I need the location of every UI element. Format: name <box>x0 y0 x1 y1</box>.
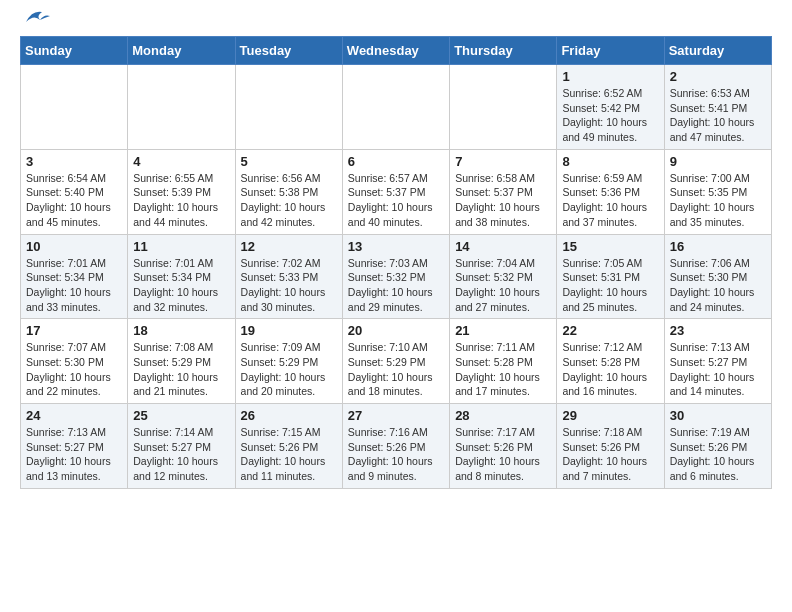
day-info: Sunrise: 7:02 AM Sunset: 5:33 PM Dayligh… <box>241 256 337 315</box>
day-info: Sunrise: 6:57 AM Sunset: 5:37 PM Dayligh… <box>348 171 444 230</box>
day-number: 19 <box>241 323 337 338</box>
day-number: 6 <box>348 154 444 169</box>
day-info: Sunrise: 7:17 AM Sunset: 5:26 PM Dayligh… <box>455 425 551 484</box>
day-info: Sunrise: 7:08 AM Sunset: 5:29 PM Dayligh… <box>133 340 229 399</box>
calendar-cell: 8Sunrise: 6:59 AM Sunset: 5:36 PM Daylig… <box>557 149 664 234</box>
day-number: 28 <box>455 408 551 423</box>
calendar-cell <box>235 65 342 150</box>
day-info: Sunrise: 7:05 AM Sunset: 5:31 PM Dayligh… <box>562 256 658 315</box>
day-info: Sunrise: 6:53 AM Sunset: 5:41 PM Dayligh… <box>670 86 766 145</box>
day-number: 26 <box>241 408 337 423</box>
day-info: Sunrise: 6:59 AM Sunset: 5:36 PM Dayligh… <box>562 171 658 230</box>
day-info: Sunrise: 7:06 AM Sunset: 5:30 PM Dayligh… <box>670 256 766 315</box>
weekday-header-wednesday: Wednesday <box>342 37 449 65</box>
header <box>20 16 772 26</box>
calendar-cell: 15Sunrise: 7:05 AM Sunset: 5:31 PM Dayli… <box>557 234 664 319</box>
calendar-cell: 29Sunrise: 7:18 AM Sunset: 5:26 PM Dayli… <box>557 404 664 489</box>
day-number: 25 <box>133 408 229 423</box>
calendar-cell: 11Sunrise: 7:01 AM Sunset: 5:34 PM Dayli… <box>128 234 235 319</box>
calendar-cell: 17Sunrise: 7:07 AM Sunset: 5:30 PM Dayli… <box>21 319 128 404</box>
day-info: Sunrise: 7:09 AM Sunset: 5:29 PM Dayligh… <box>241 340 337 399</box>
week-row-3: 10Sunrise: 7:01 AM Sunset: 5:34 PM Dayli… <box>21 234 772 319</box>
calendar-cell: 10Sunrise: 7:01 AM Sunset: 5:34 PM Dayli… <box>21 234 128 319</box>
day-number: 7 <box>455 154 551 169</box>
day-number: 30 <box>670 408 766 423</box>
day-info: Sunrise: 7:04 AM Sunset: 5:32 PM Dayligh… <box>455 256 551 315</box>
calendar-cell <box>450 65 557 150</box>
day-number: 29 <box>562 408 658 423</box>
day-info: Sunrise: 7:19 AM Sunset: 5:26 PM Dayligh… <box>670 425 766 484</box>
day-info: Sunrise: 7:18 AM Sunset: 5:26 PM Dayligh… <box>562 425 658 484</box>
calendar-table: SundayMondayTuesdayWednesdayThursdayFrid… <box>20 36 772 489</box>
day-number: 9 <box>670 154 766 169</box>
day-info: Sunrise: 7:14 AM Sunset: 5:27 PM Dayligh… <box>133 425 229 484</box>
day-number: 10 <box>26 239 122 254</box>
day-number: 14 <box>455 239 551 254</box>
day-number: 2 <box>670 69 766 84</box>
weekday-header-tuesday: Tuesday <box>235 37 342 65</box>
day-info: Sunrise: 6:56 AM Sunset: 5:38 PM Dayligh… <box>241 171 337 230</box>
day-info: Sunrise: 7:13 AM Sunset: 5:27 PM Dayligh… <box>26 425 122 484</box>
logo-bird-icon <box>22 8 50 26</box>
calendar-cell: 9Sunrise: 7:00 AM Sunset: 5:35 PM Daylig… <box>664 149 771 234</box>
day-number: 16 <box>670 239 766 254</box>
calendar-cell <box>128 65 235 150</box>
calendar-cell <box>342 65 449 150</box>
day-info: Sunrise: 7:10 AM Sunset: 5:29 PM Dayligh… <box>348 340 444 399</box>
day-number: 21 <box>455 323 551 338</box>
calendar-cell: 12Sunrise: 7:02 AM Sunset: 5:33 PM Dayli… <box>235 234 342 319</box>
day-info: Sunrise: 6:58 AM Sunset: 5:37 PM Dayligh… <box>455 171 551 230</box>
day-number: 24 <box>26 408 122 423</box>
day-info: Sunrise: 7:12 AM Sunset: 5:28 PM Dayligh… <box>562 340 658 399</box>
day-info: Sunrise: 6:52 AM Sunset: 5:42 PM Dayligh… <box>562 86 658 145</box>
day-info: Sunrise: 7:16 AM Sunset: 5:26 PM Dayligh… <box>348 425 444 484</box>
day-number: 1 <box>562 69 658 84</box>
day-number: 4 <box>133 154 229 169</box>
day-info: Sunrise: 7:01 AM Sunset: 5:34 PM Dayligh… <box>133 256 229 315</box>
week-row-4: 17Sunrise: 7:07 AM Sunset: 5:30 PM Dayli… <box>21 319 772 404</box>
day-number: 27 <box>348 408 444 423</box>
day-info: Sunrise: 7:03 AM Sunset: 5:32 PM Dayligh… <box>348 256 444 315</box>
calendar-cell: 18Sunrise: 7:08 AM Sunset: 5:29 PM Dayli… <box>128 319 235 404</box>
calendar-cell: 1Sunrise: 6:52 AM Sunset: 5:42 PM Daylig… <box>557 65 664 150</box>
weekday-header-sunday: Sunday <box>21 37 128 65</box>
calendar-cell: 21Sunrise: 7:11 AM Sunset: 5:28 PM Dayli… <box>450 319 557 404</box>
weekday-header-saturday: Saturday <box>664 37 771 65</box>
day-info: Sunrise: 7:11 AM Sunset: 5:28 PM Dayligh… <box>455 340 551 399</box>
calendar-cell: 2Sunrise: 6:53 AM Sunset: 5:41 PM Daylig… <box>664 65 771 150</box>
week-row-1: 1Sunrise: 6:52 AM Sunset: 5:42 PM Daylig… <box>21 65 772 150</box>
day-info: Sunrise: 7:13 AM Sunset: 5:27 PM Dayligh… <box>670 340 766 399</box>
day-number: 20 <box>348 323 444 338</box>
calendar-cell: 7Sunrise: 6:58 AM Sunset: 5:37 PM Daylig… <box>450 149 557 234</box>
calendar-cell: 28Sunrise: 7:17 AM Sunset: 5:26 PM Dayli… <box>450 404 557 489</box>
calendar-cell: 25Sunrise: 7:14 AM Sunset: 5:27 PM Dayli… <box>128 404 235 489</box>
day-info: Sunrise: 6:55 AM Sunset: 5:39 PM Dayligh… <box>133 171 229 230</box>
day-number: 18 <box>133 323 229 338</box>
page: SundayMondayTuesdayWednesdayThursdayFrid… <box>0 0 792 505</box>
day-number: 23 <box>670 323 766 338</box>
weekday-header-friday: Friday <box>557 37 664 65</box>
day-number: 22 <box>562 323 658 338</box>
calendar-cell: 5Sunrise: 6:56 AM Sunset: 5:38 PM Daylig… <box>235 149 342 234</box>
day-number: 8 <box>562 154 658 169</box>
weekday-header-thursday: Thursday <box>450 37 557 65</box>
day-info: Sunrise: 6:54 AM Sunset: 5:40 PM Dayligh… <box>26 171 122 230</box>
calendar-cell <box>21 65 128 150</box>
calendar-cell: 26Sunrise: 7:15 AM Sunset: 5:26 PM Dayli… <box>235 404 342 489</box>
day-number: 3 <box>26 154 122 169</box>
day-info: Sunrise: 7:00 AM Sunset: 5:35 PM Dayligh… <box>670 171 766 230</box>
day-number: 13 <box>348 239 444 254</box>
day-info: Sunrise: 7:01 AM Sunset: 5:34 PM Dayligh… <box>26 256 122 315</box>
day-number: 12 <box>241 239 337 254</box>
calendar-cell: 13Sunrise: 7:03 AM Sunset: 5:32 PM Dayli… <box>342 234 449 319</box>
calendar-cell: 30Sunrise: 7:19 AM Sunset: 5:26 PM Dayli… <box>664 404 771 489</box>
day-number: 11 <box>133 239 229 254</box>
calendar-cell: 22Sunrise: 7:12 AM Sunset: 5:28 PM Dayli… <box>557 319 664 404</box>
logo <box>20 16 50 26</box>
day-number: 17 <box>26 323 122 338</box>
calendar-cell: 19Sunrise: 7:09 AM Sunset: 5:29 PM Dayli… <box>235 319 342 404</box>
calendar-cell: 16Sunrise: 7:06 AM Sunset: 5:30 PM Dayli… <box>664 234 771 319</box>
day-info: Sunrise: 7:15 AM Sunset: 5:26 PM Dayligh… <box>241 425 337 484</box>
calendar-cell: 27Sunrise: 7:16 AM Sunset: 5:26 PM Dayli… <box>342 404 449 489</box>
calendar-cell: 23Sunrise: 7:13 AM Sunset: 5:27 PM Dayli… <box>664 319 771 404</box>
